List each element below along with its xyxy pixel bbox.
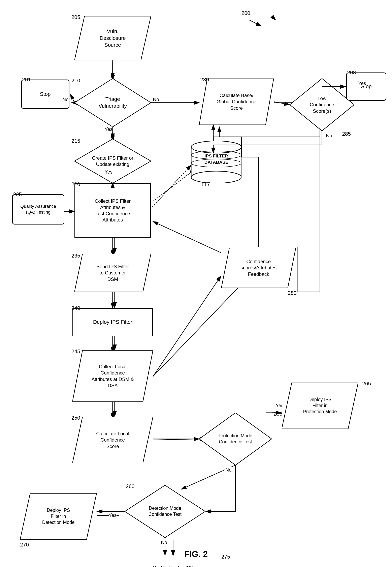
no-deploy-label: Do Not Deploy IPSFilter and generatean a… [153,564,193,567]
label-203: 203 [347,70,356,76]
deploy-protection-label: Deploy IPSFilter inProtection Mode [282,383,358,429]
svg-line-48 [274,102,290,105]
svg-line-7 [153,169,195,201]
detection-test-node: Detection ModeConfidence Test [125,485,205,538]
qa-testing-label: Quality Assurance(QA) Testing [20,204,56,215]
svg-line-53 [153,276,221,377]
yes-detection-label: Yes [109,512,116,518]
vuln-source-label: Vuln.DesclosureSource [74,16,151,60]
calc-local-node: Calculate LocalConfidenceScore [72,417,153,463]
no-triage-right-label: No [153,97,159,102]
label-285: 285 [342,131,351,137]
confidence-feedback-label: Confidencescores/AttributesFeedback [221,248,296,288]
yes-low-conf-label: Yes [358,81,366,86]
create-ips-label: Create IPS Filter orUpdate existing [74,139,151,183]
vuln-source-node: Vuln.DesclosureSource [74,16,151,60]
svg-line-46 [152,165,191,207]
low-confidence-node: LowConfidenceScore(s) [290,79,354,131]
no-protection-label: No [225,467,232,473]
svg-line-15 [153,276,250,377]
label-117: 117 [201,181,210,188]
detection-test-label: Detection ModeConfidence Test [125,485,205,538]
label-201: 201 [22,76,31,83]
deploy-detection-label: Deploy IPSFilter inDetection Mode [20,493,97,540]
calc-confidence-node: Calculate Base/Global ConfidenceScore [199,79,274,125]
collect-attrs-label: Collect IPS FilterAttributes &Test Confi… [95,198,131,223]
svg-line-42 [70,94,74,103]
no-triage-left-label: No [62,97,69,102]
send-ips-node: Send IPS Filterto CustomerDSM [74,254,151,292]
calc-confidence-label: Calculate Base/Global ConfidenceScore [199,79,274,125]
svg-line-55 [153,439,199,440]
no-detection-label: No [161,540,167,545]
deploy-detection-node: Deploy IPSFilter inDetection Mode [20,493,97,540]
deploy-ips-node: Deploy IPS Filter [72,308,153,336]
label-240: 240 [71,305,80,311]
diagram-container: 200 Vuln.DesclosureSource 205 TriageVuln… [0,0,392,567]
calc-local-label: Calculate LocalConfidenceScore [72,417,153,463]
no-low-conf-label: No [326,133,332,139]
collect-attrs-node: Collect IPS FilterAttributes &Test Confi… [74,183,151,238]
confidence-feedback-node: Confidencescores/AttributesFeedback [221,248,296,288]
deploy-protection-node: Deploy IPSFilter inProtection Mode [282,383,358,429]
collect-local-node: Collect LocalConfidenceAttributes at DSM… [72,350,153,402]
collect-local-label: Collect LocalConfidenceAttributes at DSM… [72,350,153,402]
send-ips-label: Send IPS Filterto CustomerDSM [74,254,151,292]
low-confidence-label: LowConfidenceScore(s) [290,79,354,131]
triage-label: TriageVulnerability [74,79,151,127]
ips-db-label: IPS FILTERDATABASE [191,153,241,165]
yes-triage-label: Yes [105,126,112,132]
label-270: 270 [20,542,29,548]
label-275: 275 [221,554,230,560]
label-280: 280 [288,290,296,296]
qa-testing-node: Quality Assurance(QA) Testing [12,194,64,224]
create-ips-node: Create IPS Filter orUpdate existing [74,139,151,183]
figure-label: FIG. 2 [184,549,208,559]
label-255: 255 [274,411,282,417]
label-265: 265 [362,380,371,387]
triage-node: TriageVulnerability [74,79,151,127]
label-200: 200 [241,10,250,16]
deploy-ips-label: Deploy IPS Filter [93,319,132,326]
protection-test-node: Protection ModeConfidence Test [199,413,272,465]
protection-test-label: Protection ModeConfidence Test [199,413,272,465]
svg-point-28 [191,171,241,183]
label-225: 225 [13,191,22,198]
stop-201-node: Stop [21,80,70,109]
stop-201-label: Stop [40,91,51,98]
ips-db-node: IPS FILTERDATABASE [191,141,241,183]
